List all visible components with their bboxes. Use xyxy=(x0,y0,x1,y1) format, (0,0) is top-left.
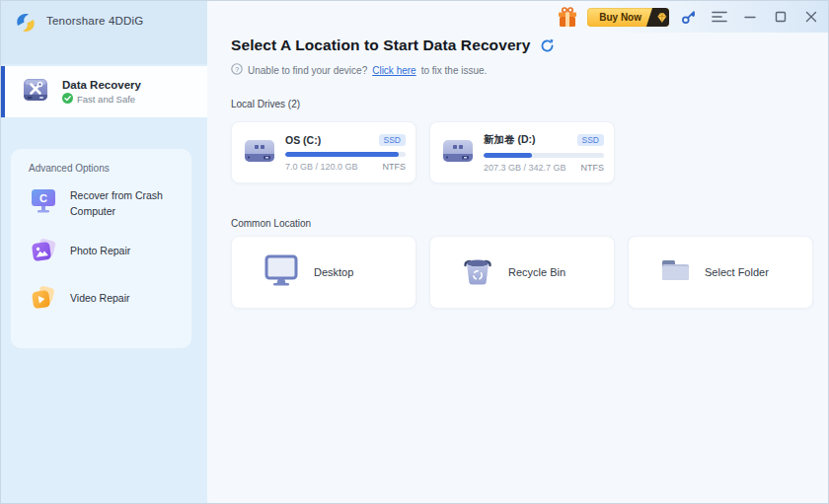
sidebar-item-recover-crash-computer[interactable]: C Recover from Crash Computer xyxy=(29,187,191,220)
crash-computer-icon: C xyxy=(29,187,58,219)
help-row: ? Unable to find your device? Click here… xyxy=(231,63,487,77)
drive-type-badge: SSD xyxy=(379,134,406,146)
photo-repair-label: Photo Repair xyxy=(70,243,173,258)
location-label: Recycle Bin xyxy=(508,266,565,278)
buy-now-label: Buy Now xyxy=(587,8,649,27)
desktop-monitor-icon xyxy=(262,253,301,291)
gift-icon[interactable] xyxy=(557,6,578,28)
help-text-suffix: to fix the issue. xyxy=(421,65,488,76)
drive-capacity: 207.3 GB / 342.7 GB xyxy=(484,163,581,173)
svg-text:?: ? xyxy=(235,65,239,74)
drive-name: 新加卷 (D:) xyxy=(484,133,577,147)
page-title: Select A Location to Start Data Recovery xyxy=(231,36,530,54)
drive-filesystem: NTFS xyxy=(581,163,605,173)
titlebar-controls: Buy Now xyxy=(557,5,822,29)
help-text-prefix: Unable to find your device? xyxy=(248,65,367,76)
video-repair-icon xyxy=(29,283,58,315)
question-circle-icon: ? xyxy=(231,63,243,77)
advanced-options-title: Advanced Options xyxy=(29,163,191,174)
location-label: Select Folder xyxy=(705,266,769,278)
logo-area: Tenorshare 4DDiG xyxy=(1,1,207,64)
menu-icon[interactable] xyxy=(709,6,730,28)
drive-type-badge: SSD xyxy=(577,134,604,146)
folder-icon xyxy=(658,256,692,288)
drive-usage-bar xyxy=(484,153,604,158)
hard-drive-icon xyxy=(440,136,476,170)
data-recovery-label: Data Recovery xyxy=(62,79,141,91)
recycle-bin-icon xyxy=(460,252,495,292)
app-logo-icon xyxy=(13,11,38,38)
sidebar-item-data-recovery[interactable]: Data Recovery Fast and Safe xyxy=(1,66,207,117)
common-location-section-label: Common Location xyxy=(231,218,311,229)
drive-name: OS (C:) xyxy=(285,134,379,146)
location-card-desktop[interactable]: Desktop xyxy=(231,236,416,309)
drive-capacity: 7.0 GB / 120.0 GB xyxy=(285,162,383,172)
data-recovery-drive-icon xyxy=(21,76,50,108)
photo-repair-icon xyxy=(29,236,58,267)
app-window: Tenorshare 4DDiG Data Recovery xyxy=(0,0,829,504)
sidebar-item-photo-repair[interactable]: Photo Repair xyxy=(29,236,191,267)
main-content: Select A Location to Start Data Recovery… xyxy=(207,1,828,503)
drive-filesystem: NTFS xyxy=(383,162,407,172)
location-label: Desktop xyxy=(314,266,353,278)
common-locations-list: Desktop Recycle Bin xyxy=(231,236,813,309)
brand-name: Tenorshare 4DDiG xyxy=(46,15,143,27)
recover-crash-computer-label: Recover from Crash Computer xyxy=(70,187,173,220)
check-badge-icon xyxy=(62,93,73,106)
key-icon[interactable] xyxy=(678,6,700,28)
location-card-select-folder[interactable]: Select Folder xyxy=(628,236,813,309)
fix-issue-link[interactable]: Click here xyxy=(372,65,415,76)
refresh-icon[interactable] xyxy=(540,38,555,53)
buy-now-button[interactable]: Buy Now xyxy=(587,8,669,27)
sidebar-item-video-repair[interactable]: Video Repair xyxy=(29,283,191,315)
location-card-recycle-bin[interactable]: Recycle Bin xyxy=(429,236,615,309)
drive-usage-bar xyxy=(285,152,406,157)
data-recovery-badge: Fast and Safe xyxy=(77,94,135,105)
advanced-options-panel: Advanced Options C Recover from Crash Co… xyxy=(11,149,191,348)
svg-text:C: C xyxy=(39,192,47,204)
close-icon[interactable] xyxy=(800,6,822,28)
drive-usage-fill xyxy=(484,153,532,158)
sidebar: Tenorshare 4DDiG Data Recovery xyxy=(1,1,207,503)
video-repair-label: Video Repair xyxy=(70,290,173,306)
drive-card-d[interactable]: 新加卷 (D:) SSD 207.3 GB / 342.7 GB NTFS xyxy=(429,121,615,183)
drive-usage-fill xyxy=(285,152,399,157)
minimize-icon[interactable] xyxy=(739,6,761,28)
local-drives-section-label: Local Drives (2) xyxy=(231,99,300,109)
maximize-icon[interactable] xyxy=(770,6,791,28)
premium-gem-icon xyxy=(646,8,669,27)
drive-card-c[interactable]: OS (C:) SSD 7.0 GB / 120.0 GB NTFS xyxy=(231,121,416,183)
local-drives-list: OS (C:) SSD 7.0 GB / 120.0 GB NTFS xyxy=(231,121,615,183)
hard-drive-icon xyxy=(242,136,277,170)
